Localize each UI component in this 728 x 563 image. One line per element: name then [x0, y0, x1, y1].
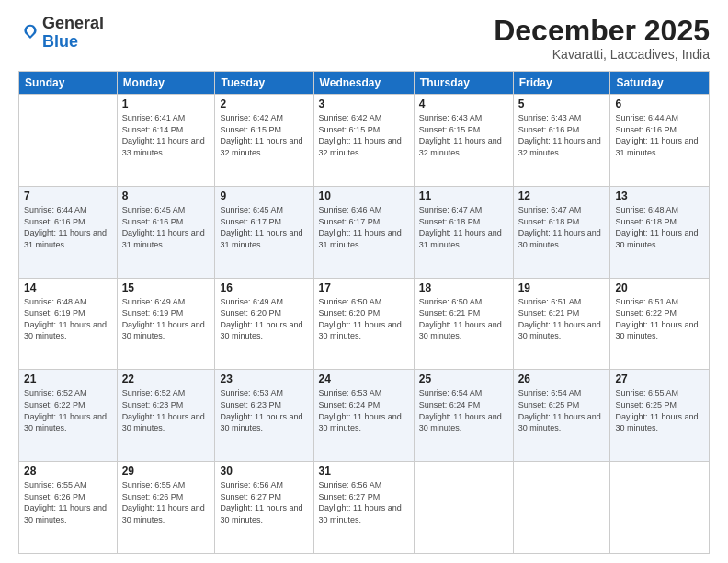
month-title: December 2025 — [494, 15, 710, 47]
day-number: 15 — [122, 282, 210, 294]
day-number: 17 — [319, 282, 409, 294]
day-info: Sunrise: 6:54 AMSunset: 6:24 PMDaylight:… — [419, 388, 502, 432]
calendar-table: SundayMondayTuesdayWednesdayThursdayFrid… — [18, 71, 710, 554]
calendar-cell — [414, 462, 513, 554]
day-info: Sunrise: 6:55 AMSunset: 6:25 PMDaylight:… — [615, 388, 698, 432]
weekday-header-row: SundayMondayTuesdayWednesdayThursdayFrid… — [19, 72, 710, 95]
day-number: 26 — [518, 373, 606, 385]
calendar-cell: 6 Sunrise: 6:44 AMSunset: 6:16 PMDayligh… — [610, 95, 710, 187]
weekday-header-friday: Friday — [513, 72, 610, 95]
calendar-cell: 8 Sunrise: 6:45 AMSunset: 6:16 PMDayligh… — [117, 186, 215, 278]
day-number: 30 — [220, 465, 308, 477]
calendar-cell: 22 Sunrise: 6:52 AMSunset: 6:23 PMDaylig… — [117, 370, 215, 462]
day-info: Sunrise: 6:42 AMSunset: 6:15 PMDaylight:… — [319, 113, 402, 157]
calendar-cell: 9 Sunrise: 6:45 AMSunset: 6:17 PMDayligh… — [215, 186, 313, 278]
header: General Blue December 2025 Kavaratti, La… — [18, 15, 710, 62]
title-area: December 2025 Kavaratti, Laccadives, Ind… — [494, 15, 710, 62]
week-row-5: 28 Sunrise: 6:55 AMSunset: 6:26 PMDaylig… — [19, 462, 710, 554]
day-number: 31 — [319, 465, 409, 477]
day-number: 6 — [615, 98, 704, 110]
day-info: Sunrise: 6:41 AMSunset: 6:14 PMDaylight:… — [122, 113, 205, 157]
day-info: Sunrise: 6:45 AMSunset: 6:16 PMDaylight:… — [122, 205, 205, 249]
week-row-3: 14 Sunrise: 6:48 AMSunset: 6:19 PMDaylig… — [19, 278, 710, 370]
day-info: Sunrise: 6:47 AMSunset: 6:18 PMDaylight:… — [419, 205, 502, 249]
calendar-cell: 1 Sunrise: 6:41 AMSunset: 6:14 PMDayligh… — [117, 95, 215, 187]
weekday-header-saturday: Saturday — [610, 72, 710, 95]
location-subtitle: Kavaratti, Laccadives, India — [494, 47, 710, 62]
day-info: Sunrise: 6:43 AMSunset: 6:16 PMDaylight:… — [518, 113, 601, 157]
day-info: Sunrise: 6:51 AMSunset: 6:22 PMDaylight:… — [615, 297, 698, 341]
day-number: 12 — [518, 190, 606, 202]
calendar-cell: 13 Sunrise: 6:48 AMSunset: 6:18 PMDaylig… — [610, 186, 710, 278]
week-row-4: 21 Sunrise: 6:52 AMSunset: 6:22 PMDaylig… — [19, 370, 710, 462]
week-row-1: 1 Sunrise: 6:41 AMSunset: 6:14 PMDayligh… — [19, 95, 710, 187]
day-info: Sunrise: 6:45 AMSunset: 6:17 PMDaylight:… — [220, 205, 302, 249]
day-number: 16 — [220, 282, 308, 294]
day-number: 22 — [122, 373, 210, 385]
day-number: 10 — [319, 190, 409, 202]
calendar-cell: 20 Sunrise: 6:51 AMSunset: 6:22 PMDaylig… — [610, 278, 710, 370]
day-info: Sunrise: 6:43 AMSunset: 6:15 PMDaylight:… — [419, 113, 502, 157]
calendar-cell: 16 Sunrise: 6:49 AMSunset: 6:20 PMDaylig… — [215, 278, 313, 370]
calendar-cell: 27 Sunrise: 6:55 AMSunset: 6:25 PMDaylig… — [610, 370, 710, 462]
day-number: 14 — [24, 282, 112, 294]
day-number: 27 — [615, 373, 704, 385]
calendar-cell: 7 Sunrise: 6:44 AMSunset: 6:16 PMDayligh… — [19, 186, 118, 278]
day-number: 18 — [419, 282, 508, 294]
calendar-cell — [513, 462, 610, 554]
calendar-cell: 5 Sunrise: 6:43 AMSunset: 6:16 PMDayligh… — [513, 95, 610, 187]
day-number: 1 — [122, 98, 210, 110]
weekday-header-sunday: Sunday — [19, 72, 118, 95]
day-number: 25 — [419, 373, 508, 385]
day-info: Sunrise: 6:51 AMSunset: 6:21 PMDaylight:… — [518, 297, 601, 341]
calendar-page: General Blue December 2025 Kavaratti, La… — [0, 0, 728, 563]
calendar-cell: 25 Sunrise: 6:54 AMSunset: 6:24 PMDaylig… — [414, 370, 513, 462]
day-info: Sunrise: 6:48 AMSunset: 6:19 PMDaylight:… — [24, 297, 107, 341]
day-number: 5 — [518, 98, 606, 110]
day-info: Sunrise: 6:46 AMSunset: 6:17 PMDaylight:… — [319, 205, 402, 249]
calendar-cell: 2 Sunrise: 6:42 AMSunset: 6:15 PMDayligh… — [215, 95, 313, 187]
logo-general: General — [42, 14, 104, 32]
weekday-header-monday: Monday — [117, 72, 215, 95]
day-number: 13 — [615, 190, 704, 202]
calendar-cell: 23 Sunrise: 6:53 AMSunset: 6:23 PMDaylig… — [215, 370, 313, 462]
calendar-cell: 19 Sunrise: 6:51 AMSunset: 6:21 PMDaylig… — [513, 278, 610, 370]
logo-text: General Blue — [42, 15, 104, 52]
logo: General Blue — [18, 15, 104, 52]
calendar-cell: 17 Sunrise: 6:50 AMSunset: 6:20 PMDaylig… — [313, 278, 414, 370]
day-info: Sunrise: 6:50 AMSunset: 6:21 PMDaylight:… — [419, 297, 502, 341]
weekday-header-thursday: Thursday — [414, 72, 513, 95]
calendar-cell: 21 Sunrise: 6:52 AMSunset: 6:22 PMDaylig… — [19, 370, 118, 462]
day-number: 4 — [419, 98, 508, 110]
calendar-cell: 3 Sunrise: 6:42 AMSunset: 6:15 PMDayligh… — [313, 95, 414, 187]
day-number: 21 — [24, 373, 112, 385]
day-number: 3 — [319, 98, 409, 110]
day-info: Sunrise: 6:49 AMSunset: 6:19 PMDaylight:… — [122, 297, 205, 341]
day-number: 2 — [220, 98, 308, 110]
day-number: 28 — [24, 465, 112, 477]
day-info: Sunrise: 6:53 AMSunset: 6:23 PMDaylight:… — [220, 388, 302, 432]
day-number: 9 — [220, 190, 308, 202]
calendar-cell: 12 Sunrise: 6:47 AMSunset: 6:18 PMDaylig… — [513, 186, 610, 278]
calendar-cell: 15 Sunrise: 6:49 AMSunset: 6:19 PMDaylig… — [117, 278, 215, 370]
day-number: 24 — [319, 373, 409, 385]
day-number: 23 — [220, 373, 308, 385]
day-number: 29 — [122, 465, 210, 477]
calendar-cell: 11 Sunrise: 6:47 AMSunset: 6:18 PMDaylig… — [414, 186, 513, 278]
day-number: 7 — [24, 190, 112, 202]
calendar-cell: 29 Sunrise: 6:55 AMSunset: 6:26 PMDaylig… — [117, 462, 215, 554]
day-info: Sunrise: 6:44 AMSunset: 6:16 PMDaylight:… — [615, 113, 698, 157]
weekday-header-tuesday: Tuesday — [215, 72, 313, 95]
day-info: Sunrise: 6:56 AMSunset: 6:27 PMDaylight:… — [220, 480, 302, 524]
calendar-cell — [19, 95, 118, 187]
calendar-cell: 10 Sunrise: 6:46 AMSunset: 6:17 PMDaylig… — [313, 186, 414, 278]
logo-blue: Blue — [42, 32, 78, 51]
day-info: Sunrise: 6:52 AMSunset: 6:23 PMDaylight:… — [122, 388, 205, 432]
day-info: Sunrise: 6:52 AMSunset: 6:22 PMDaylight:… — [24, 388, 107, 432]
day-info: Sunrise: 6:55 AMSunset: 6:26 PMDaylight:… — [24, 480, 107, 524]
day-number: 20 — [615, 282, 704, 294]
day-info: Sunrise: 6:54 AMSunset: 6:25 PMDaylight:… — [518, 388, 601, 432]
day-info: Sunrise: 6:49 AMSunset: 6:20 PMDaylight:… — [220, 297, 302, 341]
week-row-2: 7 Sunrise: 6:44 AMSunset: 6:16 PMDayligh… — [19, 186, 710, 278]
day-number: 19 — [518, 282, 606, 294]
